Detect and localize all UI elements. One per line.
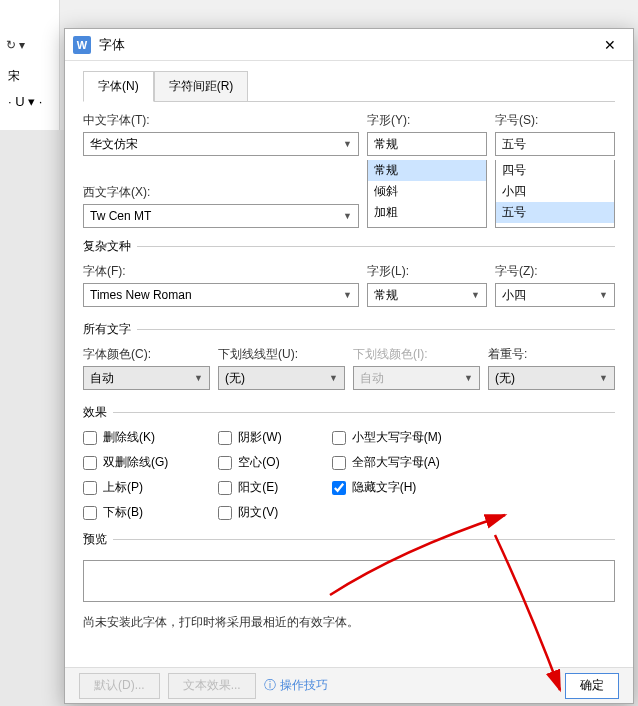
checkbox-strikethrough[interactable]: 删除线(K) <box>83 429 168 446</box>
underline-color-label: 下划线颜色(I): <box>353 346 480 363</box>
effects-legend: 效果 <box>83 404 113 421</box>
chinese-font-value: 华文仿宋 <box>90 136 138 153</box>
complex-size-combo[interactable]: 小四▼ <box>495 283 615 307</box>
checkbox-superscript[interactable]: 上标(P) <box>83 479 168 496</box>
size-listbox[interactable]: 四号 小四 五号 <box>495 160 615 228</box>
chevron-down-icon: ▼ <box>194 373 203 383</box>
font-note: 尚未安装此字体，打印时将采用最相近的有效字体。 <box>83 614 615 631</box>
font-color-label: 字体颜色(C): <box>83 346 210 363</box>
checkbox-double-strike[interactable]: 双删除线(G) <box>83 454 168 471</box>
tab-font[interactable]: 字体(N) <box>83 71 154 102</box>
checkbox-emboss[interactable]: 阴文(V) <box>218 504 281 521</box>
western-font-combo[interactable]: Tw Cen MT ▼ <box>83 204 359 228</box>
style-label: 字形(Y): <box>367 112 487 129</box>
font-color-combo[interactable]: 自动▼ <box>83 366 210 390</box>
emphasis-combo[interactable]: (无)▼ <box>488 366 615 390</box>
chevron-down-icon: ▼ <box>343 139 352 149</box>
style-listbox[interactable]: 常规 倾斜 加粗 <box>367 160 487 228</box>
checkbox-shadow[interactable]: 阴影(W) <box>218 429 281 446</box>
complex-script-group: 复杂文种 字体(F): Times New Roman▼ 字形(L): 常规▼ … <box>83 238 615 311</box>
checkbox-engrave[interactable]: 阳文(E) <box>218 479 281 496</box>
app-icon: W <box>73 36 91 54</box>
complex-size-label: 字号(Z): <box>495 263 615 280</box>
preview-box <box>83 560 615 602</box>
complex-font-label: 字体(F): <box>83 263 359 280</box>
preview-group: 预览 <box>83 531 615 602</box>
list-item[interactable]: 倾斜 <box>368 181 486 202</box>
list-item[interactable]: 加粗 <box>368 202 486 223</box>
default-button: 默认(D)... <box>79 673 160 699</box>
redo-button[interactable]: ↻ ▾ <box>6 38 25 52</box>
western-font-label: 西文字体(X): <box>83 184 359 201</box>
underline-button[interactable]: · U ▾ · <box>8 94 42 109</box>
effects-group: 效果 删除线(K) 双删除线(G) 上标(P) 下标(B) 阴影(W) 空心(O… <box>83 404 615 521</box>
chevron-down-icon: ▼ <box>329 373 338 383</box>
font-dialog: W 字体 ✕ 字体(N) 字符间距(R) 中文字体(T): 华文仿宋 ▼ 字形(… <box>64 28 634 704</box>
chevron-down-icon: ▼ <box>343 290 352 300</box>
tab-spacing[interactable]: 字符间距(R) <box>154 71 249 102</box>
list-item[interactable]: 五号 <box>496 202 614 223</box>
chevron-down-icon: ▼ <box>471 290 480 300</box>
size-label: 字号(S): <box>495 112 615 129</box>
checkbox-subscript[interactable]: 下标(B) <box>83 504 168 521</box>
size-input[interactable]: 五号 <box>495 132 615 156</box>
chevron-down-icon: ▼ <box>464 373 473 383</box>
chinese-font-combo[interactable]: 华文仿宋 ▼ <box>83 132 359 156</box>
emphasis-label: 着重号: <box>488 346 615 363</box>
chevron-down-icon: ▼ <box>343 211 352 221</box>
checkbox-small-caps[interactable]: 小型大写字母(M) <box>332 429 442 446</box>
preview-legend: 预览 <box>83 531 113 548</box>
chevron-down-icon: ▼ <box>599 373 608 383</box>
checkbox-hidden[interactable]: 隐藏文字(H) <box>332 479 442 496</box>
checkbox-hollow[interactable]: 空心(O) <box>218 454 281 471</box>
underline-style-combo[interactable]: (无)▼ <box>218 366 345 390</box>
list-item[interactable]: 小四 <box>496 181 614 202</box>
close-button[interactable]: ✕ <box>595 32 625 58</box>
chevron-down-icon: ▼ <box>599 290 608 300</box>
complex-style-label: 字形(L): <box>367 263 487 280</box>
tips-link[interactable]: ⓘ操作技巧 <box>264 677 328 694</box>
checkbox-all-caps[interactable]: 全部大写字母(A) <box>332 454 442 471</box>
chinese-font-label: 中文字体(T): <box>83 112 359 129</box>
complex-style-combo[interactable]: 常规▼ <box>367 283 487 307</box>
complex-font-combo[interactable]: Times New Roman▼ <box>83 283 359 307</box>
list-item[interactable]: 常规 <box>368 160 486 181</box>
titlebar: W 字体 ✕ <box>65 29 633 61</box>
underline-color-combo: 自动▼ <box>353 366 480 390</box>
dialog-title: 字体 <box>99 36 595 54</box>
dialog-footer: 默认(D)... 文本效果... ⓘ操作技巧 确定 <box>65 667 633 703</box>
alltext-legend: 所有文字 <box>83 321 137 338</box>
all-text-group: 所有文字 字体颜色(C): 自动▼ 下划线线型(U): (无)▼ 下划线颜色(I… <box>83 321 615 394</box>
complex-legend: 复杂文种 <box>83 238 137 255</box>
ok-button[interactable]: 确定 <box>565 673 619 699</box>
list-item[interactable]: 四号 <box>496 160 614 181</box>
underline-style-label: 下划线线型(U): <box>218 346 345 363</box>
info-icon: ⓘ <box>264 677 276 694</box>
style-input[interactable]: 常规 <box>367 132 487 156</box>
bg-fontname: 宋 <box>8 68 20 85</box>
text-effects-button: 文本效果... <box>168 673 256 699</box>
